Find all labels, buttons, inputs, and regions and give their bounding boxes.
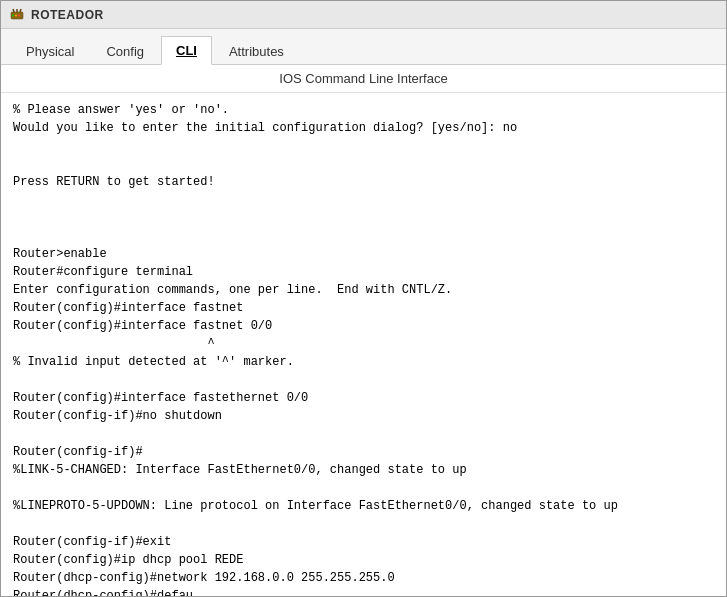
tab-attributes[interactable]: Attributes	[214, 37, 299, 65]
svg-point-2	[15, 14, 17, 16]
cli-terminal[interactable]: % Please answer 'yes' or 'no'. Would you…	[1, 93, 726, 596]
content-area: IOS Command Line Interface % Please answ…	[1, 65, 726, 596]
tabs-bar: Physical Config CLI Attributes	[1, 29, 726, 65]
router-icon	[9, 7, 25, 23]
svg-line-5	[13, 9, 14, 12]
svg-line-6	[20, 9, 21, 12]
cli-title: IOS Command Line Interface	[1, 65, 726, 93]
svg-point-3	[18, 14, 20, 16]
title-bar: ROTEADOR	[1, 1, 726, 29]
main-window: ROTEADOR Physical Config CLI Attributes …	[0, 0, 727, 597]
tab-physical[interactable]: Physical	[11, 37, 89, 65]
svg-point-1	[12, 14, 14, 16]
tab-config[interactable]: Config	[91, 37, 159, 65]
tab-cli[interactable]: CLI	[161, 36, 212, 65]
window-title: ROTEADOR	[31, 8, 104, 22]
